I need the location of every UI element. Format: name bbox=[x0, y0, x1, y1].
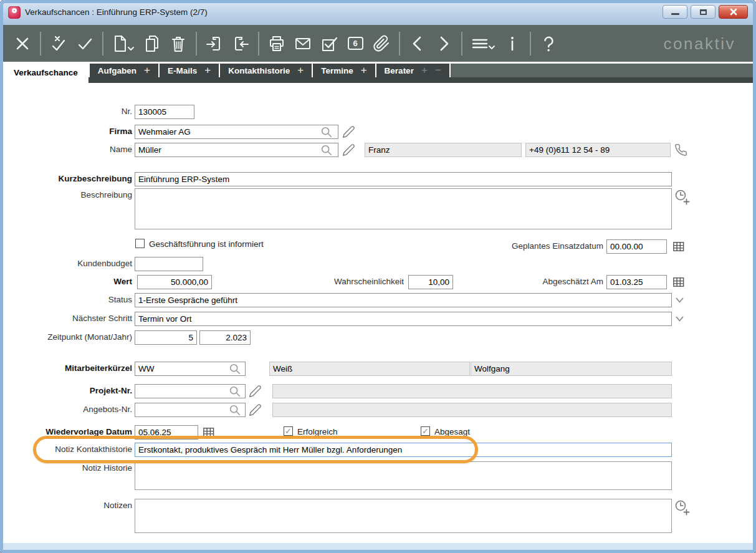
chevron-down-icon[interactable] bbox=[675, 315, 684, 322]
gf-informiert-checkbox[interactable] bbox=[135, 239, 145, 248]
phone-icon[interactable] bbox=[674, 143, 687, 156]
toolbar-separator bbox=[461, 32, 462, 55]
naechster-schritt-select[interactable]: Termin vor Ort bbox=[135, 312, 672, 326]
menu-icon[interactable] bbox=[467, 29, 499, 59]
ok-icon[interactable] bbox=[72, 29, 98, 59]
abgesagt-checkbox[interactable]: ✓ bbox=[421, 426, 430, 436]
timestamp-add-icon[interactable] bbox=[674, 189, 690, 205]
notizen-textarea[interactable] bbox=[135, 499, 672, 533]
name-edit-icon[interactable] bbox=[342, 143, 355, 156]
firma-label: Firma bbox=[3, 127, 132, 136]
tab-termine[interactable]: Termine+ bbox=[313, 64, 375, 77]
checkout-icon[interactable] bbox=[227, 29, 254, 59]
calendar-icon[interactable] bbox=[202, 426, 215, 439]
counter-badge[interactable]: 6 bbox=[342, 29, 368, 59]
toolbar-separator bbox=[258, 32, 259, 55]
notiz-historie-label: Notiz Historie bbox=[3, 463, 132, 473]
chevron-down-icon[interactable] bbox=[675, 297, 684, 304]
window-title: Verkaufschancen : Einführung ERP-System … bbox=[25, 7, 208, 17]
tab-verkaufschance[interactable]: Verkaufschance bbox=[3, 62, 89, 83]
tab-add-button[interactable]: + bbox=[297, 64, 304, 77]
vorname-display: Franz bbox=[365, 143, 522, 157]
app-window: Verkaufschancen : Einführung ERP-System … bbox=[0, 0, 756, 553]
beschreibung-textarea[interactable] bbox=[135, 188, 672, 229]
brand-logo: conaktiv bbox=[664, 34, 735, 53]
timestamp-add-icon[interactable] bbox=[674, 499, 690, 516]
mitarbeiter-search-icon[interactable] bbox=[229, 363, 241, 375]
email-icon[interactable] bbox=[290, 29, 316, 59]
close-button[interactable] bbox=[719, 5, 748, 19]
name-search-icon[interactable] bbox=[320, 144, 333, 156]
toolbar-separator bbox=[399, 32, 400, 55]
status-label: Status bbox=[3, 295, 132, 304]
wert-label: Wert bbox=[3, 277, 132, 286]
maximize-button[interactable] bbox=[691, 5, 715, 19]
wiedervorlage-input[interactable]: 05.06.25 bbox=[135, 425, 198, 440]
firma-search-icon[interactable] bbox=[320, 126, 333, 138]
tab-aufgaben[interactable]: Aufgaben+ bbox=[90, 64, 158, 77]
checkin-icon[interactable] bbox=[201, 29, 227, 59]
abgeschaetzt-am-label: Abgeschätzt Am bbox=[480, 277, 603, 286]
kurzbeschreibung-label: Kurzbeschreibung bbox=[3, 174, 132, 183]
projekt-linked-display bbox=[272, 384, 672, 398]
tab-kontakthistorie[interactable]: Kontakthistorie+ bbox=[220, 64, 312, 77]
zeitpunkt-label: Zeitpunkt (Monat/Jahr) bbox=[3, 332, 132, 342]
calendar-icon[interactable] bbox=[672, 240, 685, 253]
duplicate-icon[interactable] bbox=[139, 29, 165, 59]
erfolgreich-checkbox[interactable]: ✓ bbox=[284, 426, 293, 436]
zeitpunkt-monat-input[interactable]: 5 bbox=[135, 330, 197, 345]
name-input[interactable]: Müller bbox=[135, 143, 338, 157]
attachment-icon[interactable] bbox=[368, 29, 395, 59]
naechster-schritt-label: Nächster Schritt bbox=[3, 314, 132, 323]
geplantes-einsatzdatum-input[interactable]: 00.00.00 bbox=[606, 239, 667, 254]
angebot-search-icon[interactable] bbox=[229, 404, 241, 416]
kurzbeschreibung-input[interactable]: Einführung ERP-System bbox=[135, 172, 672, 186]
tab-emails[interactable]: E-Mails+ bbox=[160, 64, 219, 77]
tab-add-button[interactable]: + bbox=[204, 64, 211, 77]
angebot-edit-icon[interactable] bbox=[249, 403, 262, 416]
toolbar-separator bbox=[530, 32, 531, 55]
kundenbudget-label: Kundenbudget bbox=[3, 259, 132, 268]
telefon-display: +49 (0)611 12 54 - 89 bbox=[525, 143, 671, 157]
erfolgreich-label: Erfolgreich bbox=[297, 427, 338, 436]
kundenbudget-input[interactable] bbox=[135, 257, 203, 271]
projekt-search-icon[interactable] bbox=[229, 385, 241, 398]
new-record-icon[interactable] bbox=[108, 29, 139, 59]
badge-count: 6 bbox=[353, 39, 357, 48]
tab-add-button[interactable]: + bbox=[361, 64, 367, 77]
tab-add-button-disabled: + bbox=[421, 64, 428, 77]
projekt-edit-icon[interactable] bbox=[249, 385, 262, 398]
notiz-kontakthistorie-input[interactable]: Erstkontakt, produktives Gespräch mit He… bbox=[135, 443, 672, 457]
mitarbeiterkuerzel-label: Mitarbeiterkürzel bbox=[3, 363, 132, 373]
status-select[interactable]: 1-Erste Gespräche geführt bbox=[135, 293, 672, 307]
calendar-icon[interactable] bbox=[672, 276, 685, 289]
info-icon[interactable] bbox=[499, 29, 525, 59]
firma-edit-icon[interactable] bbox=[342, 125, 355, 138]
zeitpunkt-jahr-input[interactable]: 2.023 bbox=[199, 330, 251, 345]
apply-close-icon[interactable] bbox=[45, 29, 72, 59]
angebot-linked-display bbox=[272, 403, 672, 417]
tab-add-button[interactable]: + bbox=[144, 64, 150, 77]
next-record-icon[interactable] bbox=[431, 29, 457, 59]
wert-input[interactable]: 50.000,00 bbox=[137, 275, 212, 289]
titlebar: Verkaufschancen : Einführung ERP-System … bbox=[0, 0, 756, 25]
close-icon bbox=[729, 7, 738, 16]
print-icon[interactable] bbox=[264, 29, 290, 59]
toolbar-separator bbox=[196, 32, 197, 55]
abgeschaetzt-am-input[interactable]: 01.03.25 bbox=[606, 275, 667, 289]
delete-icon[interactable] bbox=[165, 29, 191, 59]
nr-input[interactable]: 130005 bbox=[135, 105, 194, 119]
beschreibung-label: Beschreibung bbox=[3, 190, 132, 200]
firma-input[interactable]: Wehmaier AG bbox=[135, 125, 338, 139]
notiz-kontakthistorie-label: Notiz Kontakthistorie bbox=[3, 445, 132, 454]
minimize-button[interactable] bbox=[663, 5, 687, 19]
notiz-historie-textarea[interactable] bbox=[135, 461, 672, 490]
cancel-icon[interactable] bbox=[9, 29, 36, 59]
task-icon[interactable] bbox=[316, 29, 342, 59]
help-icon[interactable] bbox=[535, 29, 562, 59]
prev-record-icon[interactable] bbox=[404, 29, 431, 59]
maximize-icon bbox=[700, 9, 707, 15]
geplantes-einsatzdatum-label: Geplantes Einsatzdatum bbox=[480, 241, 603, 251]
tab-berater[interactable]: Berater+− bbox=[376, 64, 449, 77]
wahrscheinlichkeit-input[interactable]: 10,00 bbox=[408, 275, 453, 289]
